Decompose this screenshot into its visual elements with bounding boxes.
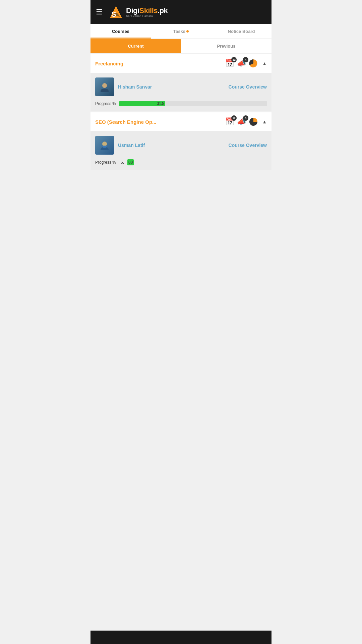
progress-label-1: Progress % — [95, 101, 116, 106]
megaphone-badge-1: 4 — [243, 57, 248, 62]
course-freelancing-title: Freelancing — [95, 61, 222, 66]
chevron-up-1[interactable]: ▲ — [262, 61, 267, 66]
course-overview-link-2[interactable]: Course Overview — [229, 143, 267, 148]
course-seo-title: SEO (Search Engine Op... — [95, 119, 222, 125]
sub-nav: Current Previous — [90, 39, 272, 53]
brand-name: DigiSkills.pk — [126, 7, 168, 14]
progress-value-1: 31.0 — [157, 102, 164, 106]
course-overview-link-1[interactable]: Course Overview — [229, 84, 267, 90]
tab-tasks[interactable]: Tasks — [151, 24, 211, 39]
progress-label-2: Progress % — [95, 160, 116, 165]
course-freelancing: Freelancing 📅 12 📣 4 ▲ — [90, 54, 272, 111]
calendar-icon-wrap-1[interactable]: 📅 12 — [225, 59, 234, 68]
logo: S DigiSkills.pk Sara Jahan Hamara — [109, 5, 168, 19]
course-seo-detail: Usman Latif Course Overview Progress % 6… — [90, 131, 272, 170]
hamburger-menu[interactable]: ☰ — [96, 8, 103, 16]
course-freelancing-header: Freelancing 📅 12 📣 4 ▲ — [90, 54, 272, 73]
tasks-dot — [186, 30, 189, 33]
megaphone-icon-wrap-1[interactable]: 📣 4 — [237, 59, 246, 68]
app-header: ☰ S DigiSkills.pk Sara Jahan Hamara — [90, 0, 272, 24]
subtab-current[interactable]: Current — [90, 39, 181, 53]
avatar-2 — [95, 136, 114, 155]
progress-fill-1: 31.0 — [119, 101, 165, 106]
subtab-previous[interactable]: Previous — [181, 39, 272, 53]
pie-chart-icon-1 — [249, 59, 258, 68]
progress-text-2: 6. — [121, 160, 124, 165]
tab-courses[interactable]: Courses — [90, 24, 151, 39]
logo-text: DigiSkills.pk Sara Jahan Hamara — [126, 7, 168, 17]
pie-chart-icon-2 — [249, 117, 258, 126]
course-freelancing-detail: Hisham Sarwar Course Overview Progress %… — [90, 73, 272, 111]
megaphone-badge-2: 3 — [243, 115, 248, 121]
logo-icon: S — [109, 5, 123, 19]
course-seo-header: SEO (Search Engine Op... 📅 12 📣 3 ▲ — [90, 112, 272, 131]
svg-point-4 — [102, 83, 107, 88]
brand-skills: Skills — [139, 6, 158, 15]
chevron-up-2[interactable]: ▲ — [262, 119, 267, 124]
calendar-icon-wrap-2[interactable]: 📅 12 — [225, 117, 234, 126]
main-nav: Courses Tasks Notice Board — [90, 24, 272, 39]
progress-bar-1: 31.0 — [119, 101, 267, 106]
calendar-badge-1: 12 — [231, 57, 237, 62]
instructor-info-2: Usman Latif — [95, 136, 145, 155]
svg-text:S: S — [111, 10, 116, 18]
brand-pk: .pk — [158, 6, 168, 15]
tab-notice-board[interactable]: Notice Board — [211, 24, 272, 39]
instructor-name-1: Hisham Sarwar — [118, 84, 152, 90]
svg-rect-9 — [103, 146, 107, 148]
progress-row-1: Progress % 31.0 — [95, 101, 267, 106]
avatar-1 — [95, 77, 114, 96]
instructor-row-2: Usman Latif Course Overview — [95, 136, 267, 155]
megaphone-icon-wrap-2[interactable]: 📣 3 — [237, 117, 246, 126]
svg-point-5 — [101, 89, 109, 92]
progress-row-2: Progress % 6.00 — [95, 159, 267, 165]
instructor-name-2: Usman Latif — [118, 143, 145, 148]
empty-space — [90, 171, 272, 272]
calendar-badge-2: 12 — [231, 115, 237, 121]
instructor-info-1: Hisham Sarwar — [95, 77, 152, 96]
instructor-row-1: Hisham Sarwar Course Overview — [95, 77, 267, 96]
course-seo-icons: 📅 12 📣 3 ▲ — [225, 117, 267, 126]
logo-tagline: Sara Jahan Hamara — [126, 14, 168, 17]
svg-point-7 — [102, 142, 107, 146]
course-freelancing-icons: 📅 12 📣 4 ▲ — [225, 59, 267, 68]
progress-value-2: 00 — [127, 159, 134, 165]
course-seo: SEO (Search Engine Op... 📅 12 📣 3 ▲ — [90, 112, 272, 170]
